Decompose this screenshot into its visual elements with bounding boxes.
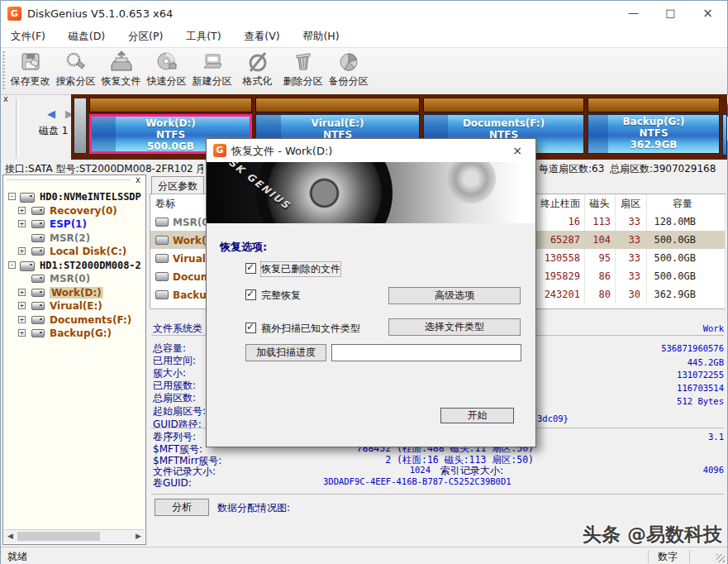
tree-item-hd1[interactable]: - HD1:ST2000DM008-2 bbox=[7, 259, 145, 272]
checkbox-recover-deleted-label[interactable]: 恢复已删除的文件 bbox=[261, 262, 340, 276]
tree-item-msr0[interactable]: MSR(0) bbox=[7, 272, 145, 285]
tree-item-hd0[interactable]: - HD0:NVMeINTELSSDP bbox=[7, 190, 145, 203]
new-partition-button[interactable]: 新建分区 bbox=[189, 50, 235, 93]
tree-item-work-d[interactable]: + Work(D:) bbox=[7, 286, 145, 299]
checkbox-full-recovery-label[interactable]: 完整恢复 bbox=[261, 289, 301, 303]
advanced-options-button[interactable]: 高级选项 bbox=[388, 287, 521, 304]
tree-item-esp[interactable]: + ESP(1) bbox=[7, 217, 145, 231]
tree-expander[interactable]: + bbox=[18, 289, 26, 296]
partition-track bbox=[89, 98, 252, 112]
menu-disk[interactable]: 磁盘(D) bbox=[59, 26, 115, 44]
app-window: G DiskGenius V5.1.0.653 x64 — □ × 文件(F) … bbox=[0, 0, 728, 564]
tree-horizontal-scrollbar[interactable]: ◀ ▶ bbox=[4, 529, 145, 543]
toolbar-label: 搜索分区 bbox=[53, 74, 98, 88]
menu-view[interactable]: 查看(V) bbox=[234, 26, 289, 44]
save-icon bbox=[19, 50, 42, 74]
tree-expander[interactable]: + bbox=[18, 220, 26, 227]
maximize-button[interactable]: □ bbox=[652, 1, 689, 26]
partition-track bbox=[588, 98, 720, 112]
partition-block-backup[interactable]: Backup(G:) NTFS 362.9GB bbox=[588, 114, 720, 154]
alloc-map-label: 数据分配情况图: bbox=[217, 501, 290, 515]
resize-grip[interactable] bbox=[716, 554, 725, 562]
dialog-close-icon[interactable]: × bbox=[499, 139, 535, 162]
tree-item-backup-g[interactable]: + Backup(G:) bbox=[7, 327, 145, 340]
scroll-right-icon[interactable]: ▶ bbox=[136, 532, 141, 540]
tree-close-icon[interactable]: x bbox=[136, 175, 140, 184]
detail-value: 116703514 bbox=[534, 383, 724, 393]
menu-bar: 文件(F) 磁盘(D) 分区(P) 工具(T) 查看(V) 帮助(H) bbox=[1, 26, 727, 48]
menu-file[interactable]: 文件(F) bbox=[1, 26, 55, 44]
menu-help[interactable]: 帮助(H) bbox=[293, 26, 349, 44]
panel-gripper bbox=[16, 98, 17, 158]
tree-item-label: HD1:ST2000DM008-2 bbox=[40, 260, 141, 271]
checkbox-full-recovery[interactable]: ✓ bbox=[245, 289, 256, 300]
minimize-button[interactable]: — bbox=[615, 1, 652, 26]
tree-expander[interactable]: + bbox=[18, 329, 26, 337]
tree-item-msr2[interactable]: MSR(2) bbox=[7, 232, 145, 245]
tree-expander[interactable]: + bbox=[18, 302, 26, 309]
search-partition-button[interactable]: 搜索分区 bbox=[53, 50, 98, 93]
detail-label: 总扇区数: bbox=[153, 391, 196, 405]
close-button[interactable]: × bbox=[689, 1, 726, 26]
menu-partition[interactable]: 分区(P) bbox=[118, 26, 173, 44]
cell-capacity: 500.0GB bbox=[630, 249, 696, 267]
tree-item-virual-e[interactable]: + Virual(E:) bbox=[7, 299, 145, 313]
tree-item-recovery[interactable]: + Recovery(0) bbox=[7, 204, 145, 217]
partition-block-small[interactable] bbox=[74, 98, 87, 154]
tree-item-label: MSR(2) bbox=[50, 232, 90, 244]
select-file-types-button[interactable]: 选择文件类型 bbox=[388, 318, 521, 336]
tree-gripper[interactable] bbox=[7, 179, 131, 183]
cell-capacity: 500.0GB bbox=[630, 267, 696, 285]
column-separator bbox=[725, 194, 726, 310]
volume-icon bbox=[31, 316, 45, 324]
recover-files-icon bbox=[110, 50, 133, 74]
disk-info-spt: 每道扇区数:63 bbox=[539, 162, 604, 176]
detail-value: 536871960576 bbox=[534, 343, 724, 353]
tree-expander[interactable]: - bbox=[8, 193, 16, 200]
backup-partition-button[interactable]: 备份分区 bbox=[326, 50, 371, 93]
disk-nav-label[interactable]: 磁盘 1 bbox=[39, 124, 68, 138]
dialog-title-bar[interactable]: G 恢复文件 - Work(D:) × bbox=[207, 139, 535, 162]
tree-item-label: Work(D:) bbox=[50, 287, 103, 299]
search-icon bbox=[64, 50, 88, 74]
tree-expander[interactable]: + bbox=[18, 207, 26, 214]
header-end-cyl[interactable]: 终止柱面 bbox=[537, 194, 580, 213]
tab-partition-params[interactable]: 分区参数 bbox=[151, 176, 204, 194]
scrollbar-thumb[interactable] bbox=[17, 532, 100, 541]
tree-expander[interactable]: + bbox=[18, 247, 26, 255]
scan-progress-input[interactable] bbox=[331, 344, 521, 361]
format-button[interactable]: 格式化 bbox=[235, 50, 280, 93]
start-button[interactable]: 开始 bbox=[440, 408, 514, 423]
divider bbox=[151, 494, 724, 495]
checkbox-recover-deleted[interactable]: ✓ bbox=[245, 263, 256, 274]
tree-item-label: MSR(0) bbox=[50, 273, 90, 284]
load-scan-progress-button[interactable]: 加载扫描进度 bbox=[245, 344, 326, 361]
analyze-button[interactable]: 分析 bbox=[155, 499, 209, 516]
tree-expander[interactable]: - bbox=[8, 261, 16, 269]
tree-expander[interactable]: + bbox=[18, 316, 26, 323]
header-capacity[interactable]: 容量 bbox=[658, 194, 707, 213]
header-sectors[interactable]: 扇区 bbox=[616, 194, 645, 213]
detail-value: 445.2GB bbox=[534, 357, 724, 367]
laptop-icon bbox=[201, 50, 224, 74]
menu-tools[interactable]: 工具(T) bbox=[176, 26, 231, 44]
detail-value: 131072255 bbox=[534, 370, 724, 380]
recover-files-button[interactable]: 恢复文件 bbox=[98, 50, 144, 93]
save-changes-button[interactable]: 保存更改 bbox=[7, 50, 53, 93]
cell-capacity: 500.0GB bbox=[630, 231, 696, 249]
tree-item-documents-f[interactable]: + Documents(F:) bbox=[7, 313, 145, 327]
disc-icon bbox=[155, 50, 178, 74]
scroll-left-icon[interactable]: ◀ bbox=[7, 532, 13, 540]
tree-item-local-disk-c[interactable]: + Local Disk(C:) bbox=[7, 245, 145, 258]
tree-item-label: ESP(1) bbox=[50, 218, 87, 230]
quick-partition-button[interactable]: 快速分区 bbox=[144, 50, 189, 93]
panel-close-icon[interactable]: x bbox=[3, 94, 8, 103]
toolbar-label: 恢复文件 bbox=[98, 74, 144, 88]
prev-disk-icon[interactable]: ◀ bbox=[47, 108, 55, 120]
checkbox-extra-scan[interactable]: ✓ bbox=[245, 323, 256, 333]
tree-item-label: Recovery(0) bbox=[50, 205, 117, 217]
checkbox-extra-scan-label[interactable]: 额外扫描已知文件类型 bbox=[261, 322, 360, 336]
header-heads[interactable]: 磁头 bbox=[586, 194, 613, 213]
delete-partition-button[interactable]: 删除分区 bbox=[280, 50, 326, 93]
header-volume[interactable]: 卷标 bbox=[155, 194, 175, 213]
